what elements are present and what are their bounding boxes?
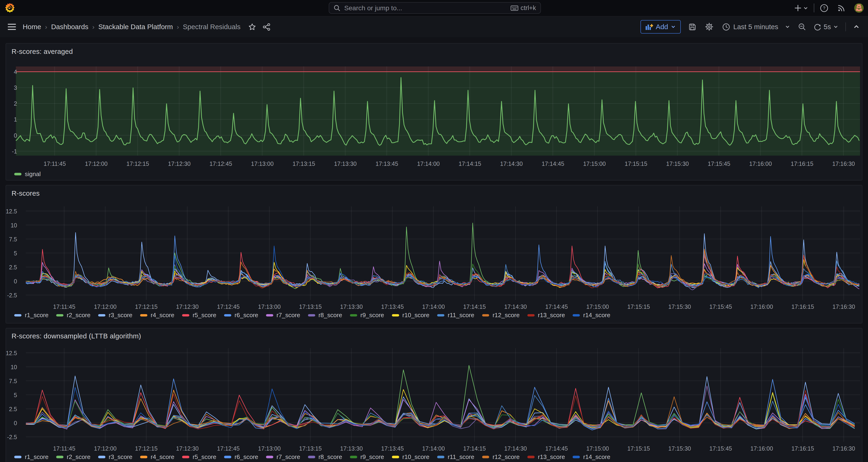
plus-icon (794, 4, 802, 12)
x-axis-label: 17:15:15 (619, 445, 658, 452)
legend-item-r10_score[interactable]: r10_score (392, 453, 430, 461)
grafana-dashboard: Search or jump to... ctrl+k ? (0, 0, 868, 462)
chevron-up-icon (853, 24, 860, 30)
breadcrumb-separator: › (45, 23, 47, 31)
legend-item-r13_score[interactable]: r13_score (527, 312, 565, 319)
legend-item-r1_score[interactable]: r1_score (14, 453, 49, 461)
legend-item-r11_score[interactable]: r11_score (437, 453, 474, 461)
x-axis-label: 17:12:15 (118, 160, 157, 167)
legend-item-r4_score[interactable]: r4_score (140, 453, 175, 461)
breadcrumb: Home › Dashboards › Stackable Data Platf… (23, 23, 270, 31)
legend-item-r8_score[interactable]: r8_score (308, 453, 342, 461)
panel-title[interactable]: R-scores: downsampled (LTTB algorithm) (11, 332, 141, 340)
x-axis-label: 17:15:30 (660, 303, 699, 310)
x-axis-label: 17:12:45 (209, 445, 248, 452)
save-dashboard-button[interactable] (684, 21, 701, 33)
search-input[interactable]: Search or jump to... ctrl+k (329, 2, 541, 14)
grafana-logo-icon[interactable] (5, 3, 15, 13)
legend-label: r12_score (493, 453, 520, 461)
legend-item-r8_score[interactable]: r8_score (308, 312, 342, 319)
time-range-picker[interactable]: Last 5 minutes (718, 21, 794, 33)
favorite-dashboard-button[interactable] (248, 23, 256, 31)
x-axis-label: 17:12:45 (202, 160, 240, 167)
breadcrumb-separator: › (177, 23, 179, 31)
x-axis-label: 17:14:30 (496, 445, 535, 452)
user-avatar[interactable] (854, 3, 864, 12)
legend-item-r7_score[interactable]: r7_score (266, 453, 300, 461)
add-panel-button[interactable]: Add (641, 20, 681, 34)
legend-item-r3_score[interactable]: r3_score (98, 453, 132, 461)
legend-label: r3_score (108, 453, 132, 461)
collapse-controls-button[interactable] (849, 21, 864, 33)
y-axis-label: 7.5 (0, 236, 17, 243)
legend-item-r11_score[interactable]: r11_score (437, 312, 474, 319)
legend-item-r6_score[interactable]: r6_score (224, 453, 258, 461)
x-axis-label: 17:12:00 (77, 160, 116, 167)
legend-item-r6_score[interactable]: r6_score (224, 312, 258, 319)
x-axis-label: 17:12:30 (168, 445, 207, 452)
legend-item-r14_score[interactable]: r14_score (572, 453, 610, 461)
legend-item-r13_score[interactable]: r13_score (527, 453, 565, 461)
x-axis-label: 17:15:45 (701, 445, 740, 452)
legend-item-r5_score[interactable]: r5_score (182, 312, 216, 319)
question-circle-icon: ? (820, 4, 828, 12)
legend-item-r7_score[interactable]: r7_score (266, 312, 300, 319)
legend-item-r3_score[interactable]: r3_score (98, 312, 132, 319)
chevron-down-icon (671, 24, 676, 29)
legend-swatch (14, 314, 22, 317)
legend-item-r2_score[interactable]: r2_score (56, 312, 90, 319)
mega-menu-button[interactable] (8, 24, 16, 30)
breadcrumb-home[interactable]: Home (23, 23, 41, 31)
legend-item-r12_score[interactable]: r12_score (482, 312, 520, 319)
zoom-out-icon (798, 23, 806, 31)
legend-item-r1_score[interactable]: r1_score (14, 312, 49, 319)
x-axis-label: 17:13:00 (250, 303, 289, 310)
help-button[interactable]: ? (820, 4, 828, 12)
zoom-out-time-button[interactable] (794, 21, 810, 33)
chart-2 (26, 348, 860, 442)
series-r7_score (26, 261, 859, 289)
chevron-down-icon (833, 24, 838, 29)
y-axis-label: 5 (0, 250, 17, 257)
legend-item-r9_score[interactable]: r9_score (350, 312, 384, 319)
breadcrumb-dashboards[interactable]: Dashboards (51, 23, 88, 31)
legend-item-r2_score[interactable]: r2_score (56, 453, 90, 461)
panel-r-scores-averaged[interactable]: R-scores: averaged 43210-117:11:4517:12:… (6, 43, 863, 181)
legend-swatch (527, 314, 535, 317)
share-dashboard-button[interactable] (263, 23, 271, 31)
top-nav-bar: Search or jump to... ctrl+k ? (0, 0, 868, 17)
legend-item-r4_score[interactable]: r4_score (140, 312, 175, 319)
y-axis-label: -2.5 (0, 434, 17, 440)
news-button[interactable] (837, 4, 845, 12)
legend-item-r9_score[interactable]: r9_score (350, 453, 384, 461)
legend-swatch (14, 456, 22, 458)
y-axis-label: 12.5 (0, 208, 17, 215)
panel-r-scores[interactable]: R-scores 12.5107.552.50-2.517:11:4517:12… (6, 185, 863, 324)
panel-title[interactable]: R-scores (11, 189, 40, 197)
x-axis-label: 17:13:15 (291, 445, 330, 452)
legend-swatch (140, 314, 147, 317)
y-axis-label: -1 (0, 148, 17, 155)
share-icon (263, 23, 271, 31)
legend-label: r8_score (318, 453, 342, 461)
legend-item-signal[interactable]: signal (14, 171, 40, 178)
legend-item-r5_score[interactable]: r5_score (182, 453, 216, 461)
add-panel-icon (645, 24, 653, 30)
breadcrumb-folder[interactable]: Stackable Data Platform (98, 23, 173, 31)
legend-item-r12_score[interactable]: r12_score (482, 453, 520, 461)
y-axis-label: 4 (0, 68, 17, 75)
breadcrumb-separator: › (92, 23, 95, 31)
refresh-dashboard-button[interactable]: 5s (810, 21, 842, 33)
legend-label: r9_score (361, 312, 384, 319)
x-axis-label: 17:14:00 (414, 445, 453, 452)
legend-item-r14_score[interactable]: r14_score (572, 312, 610, 319)
dashboard-settings-button[interactable] (701, 21, 718, 33)
panel-title[interactable]: R-scores: averaged (11, 48, 73, 56)
legend-item-r10_score[interactable]: r10_score (392, 312, 430, 319)
series-r12_score (26, 249, 859, 287)
avatar-image (854, 3, 864, 12)
panel-r-scores-downsampled[interactable]: R-scores: downsampled (LTTB algorithm) 1… (6, 328, 863, 462)
x-axis-label: 17:16:15 (783, 303, 822, 310)
new-menu-button[interactable] (794, 4, 808, 12)
legend-label: r14_score (583, 453, 610, 461)
